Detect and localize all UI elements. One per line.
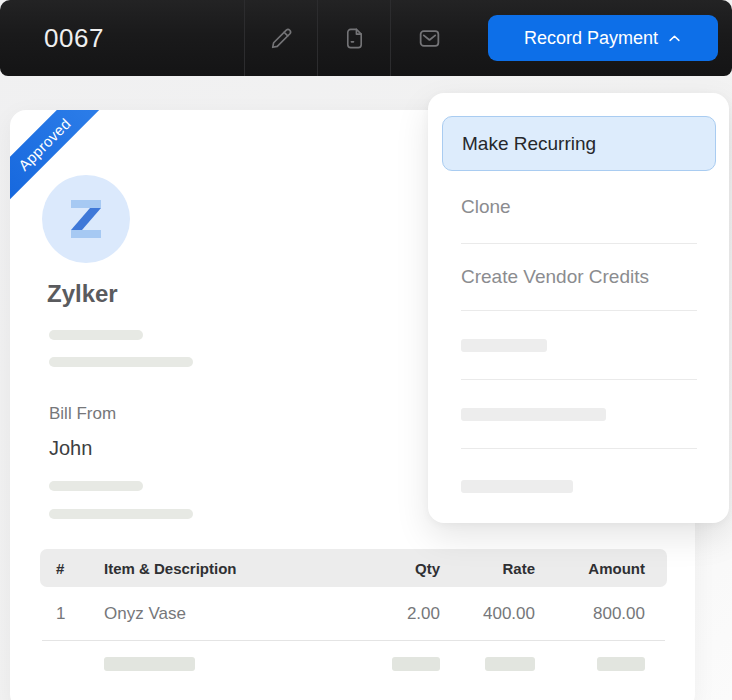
cell-index: 1 — [56, 604, 104, 624]
column-header-index: # — [56, 560, 104, 577]
placeholder-bar — [49, 509, 193, 519]
placeholder-bar — [104, 657, 195, 671]
pencil-icon — [270, 27, 293, 50]
placeholder-bar — [485, 657, 535, 671]
record-payment-button[interactable]: Record Payment — [488, 15, 718, 61]
mail-icon — [417, 26, 442, 51]
cell-rate: 400.00 — [440, 604, 535, 624]
menu-item-placeholder[interactable] — [461, 311, 697, 380]
menu-item-placeholder[interactable] — [461, 380, 697, 449]
placeholder-bar — [49, 330, 143, 340]
menu-item-clone[interactable]: Clone — [461, 171, 697, 244]
vendor-avatar — [42, 175, 130, 263]
placeholder-bar — [461, 408, 606, 421]
table-placeholder-row — [40, 641, 667, 671]
vendor-logo-z-icon — [71, 200, 101, 238]
column-header-amount: Amount — [535, 560, 645, 577]
cell-amount: 800.00 — [535, 604, 645, 624]
placeholder-bar — [49, 481, 143, 491]
record-payment-label: Record Payment — [524, 28, 658, 49]
record-payment-dropdown-menu: Make Recurring Clone Create Vendor Credi… — [428, 93, 729, 523]
chevron-up-icon — [667, 31, 682, 46]
pdf-button[interactable] — [317, 0, 390, 76]
placeholder-bar — [597, 657, 645, 671]
bill-number: 0067 — [44, 23, 104, 54]
table-row: 1 Onyz Vase 2.00 400.00 800.00 — [40, 587, 667, 640]
column-header-qty: Qty — [350, 560, 440, 577]
column-header-item: Item & Description — [104, 560, 350, 577]
cell-item-description: Onyz Vase — [104, 604, 350, 624]
column-header-rate: Rate — [440, 560, 535, 577]
table-header-row: # Item & Description Qty Rate Amount — [40, 549, 667, 587]
placeholder-bar — [49, 357, 193, 367]
file-icon — [343, 27, 366, 50]
menu-item-placeholder[interactable] — [461, 449, 697, 523]
line-items-table: # Item & Description Qty Rate Amount 1 O… — [40, 549, 667, 671]
menu-item-make-recurring[interactable]: Make Recurring — [442, 116, 716, 171]
email-button[interactable] — [390, 0, 468, 76]
bill-toolbar: 0067 Record Payment — [0, 0, 732, 76]
placeholder-bar — [461, 339, 547, 352]
vendor-name: Zylker — [47, 280, 118, 308]
placeholder-bar — [461, 480, 573, 493]
menu-item-create-vendor-credits[interactable]: Create Vendor Credits — [461, 244, 697, 311]
edit-button[interactable] — [244, 0, 317, 76]
cell-qty: 2.00 — [350, 604, 440, 624]
bill-from-label: Bill From — [49, 404, 116, 424]
placeholder-bar — [392, 657, 440, 671]
bill-from-value: John — [49, 437, 92, 460]
